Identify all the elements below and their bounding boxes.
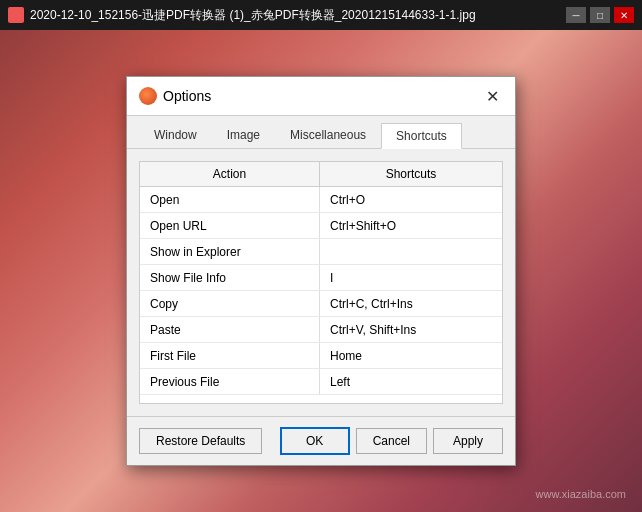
cell-shortcut: Ctrl+C, Ctrl+Ins xyxy=(320,291,502,316)
cell-shortcut: Ctrl+O xyxy=(320,187,502,212)
cell-action: Open URL xyxy=(140,213,320,238)
table-row[interactable]: Show File InfoI xyxy=(140,265,502,291)
cell-shortcut xyxy=(320,239,502,264)
cell-action: Show in Explorer xyxy=(140,239,320,264)
table-row[interactable]: CopyCtrl+C, Ctrl+Ins xyxy=(140,291,502,317)
restore-defaults-button[interactable]: Restore Defaults xyxy=(139,428,262,454)
dialog-title-area: Options xyxy=(139,87,211,105)
watermark: www.xiazaiba.com xyxy=(536,488,626,500)
cell-action: Open xyxy=(140,187,320,212)
table-row[interactable]: Previous FileLeft xyxy=(140,369,502,395)
table-header: Action Shortcuts xyxy=(140,162,502,187)
dialog-content: Action Shortcuts OpenCtrl+OOpen URLCtrl+… xyxy=(127,149,515,416)
tab-miscellaneous[interactable]: Miscellaneous xyxy=(275,122,381,148)
col-header-action: Action xyxy=(140,162,320,186)
dialog-footer: Restore Defaults OK Cancel Apply xyxy=(127,416,515,465)
table-row[interactable]: Open URLCtrl+Shift+O xyxy=(140,213,502,239)
options-dialog: Options ✕ Window Image Miscellaneous Sho… xyxy=(126,76,516,466)
cancel-button[interactable]: Cancel xyxy=(356,428,427,454)
cell-shortcut: Left xyxy=(320,369,502,394)
cell-action: Copy xyxy=(140,291,320,316)
window-titlebar: 2020-12-10_152156-迅捷PDF转换器 (1)_赤兔PDF转换器_… xyxy=(0,0,642,30)
cell-action: Show File Info xyxy=(140,265,320,290)
cell-shortcut: Ctrl+Shift+O xyxy=(320,213,502,238)
cell-shortcut: I xyxy=(320,265,502,290)
tab-image[interactable]: Image xyxy=(212,122,275,148)
cell-action: First File xyxy=(140,343,320,368)
table-body[interactable]: OpenCtrl+OOpen URLCtrl+Shift+OShow in Ex… xyxy=(140,187,502,403)
dialog-titlebar: Options ✕ xyxy=(127,77,515,116)
maximize-button[interactable]: □ xyxy=(590,7,610,23)
table-row[interactable]: PasteCtrl+V, Shift+Ins xyxy=(140,317,502,343)
dialog-icon xyxy=(139,87,157,105)
cell-shortcut: Home xyxy=(320,343,502,368)
tab-shortcuts[interactable]: Shortcuts xyxy=(381,123,462,149)
dialog-title: Options xyxy=(163,88,211,104)
minimize-button[interactable]: ─ xyxy=(566,7,586,23)
tab-window[interactable]: Window xyxy=(139,122,212,148)
cell-shortcut: Ctrl+V, Shift+Ins xyxy=(320,317,502,342)
cell-action: Previous File xyxy=(140,369,320,394)
dialog-overlay: Options ✕ Window Image Miscellaneous Sho… xyxy=(0,30,642,512)
col-header-shortcuts: Shortcuts xyxy=(320,162,502,186)
shortcuts-table: Action Shortcuts OpenCtrl+OOpen URLCtrl+… xyxy=(139,161,503,404)
table-row[interactable]: First FileHome xyxy=(140,343,502,369)
cell-action: Paste xyxy=(140,317,320,342)
options-tabs: Window Image Miscellaneous Shortcuts xyxy=(127,116,515,149)
window-title: 2020-12-10_152156-迅捷PDF转换器 (1)_赤兔PDF转换器_… xyxy=(30,7,566,24)
app-icon xyxy=(8,7,24,23)
apply-button[interactable]: Apply xyxy=(433,428,503,454)
table-row[interactable]: Show in Explorer xyxy=(140,239,502,265)
table-row[interactable]: OpenCtrl+O xyxy=(140,187,502,213)
window-controls: ─ □ ✕ xyxy=(566,7,634,23)
dialog-close-button[interactable]: ✕ xyxy=(481,85,503,107)
window-close-button[interactable]: ✕ xyxy=(614,7,634,23)
ok-button[interactable]: OK xyxy=(280,427,350,455)
